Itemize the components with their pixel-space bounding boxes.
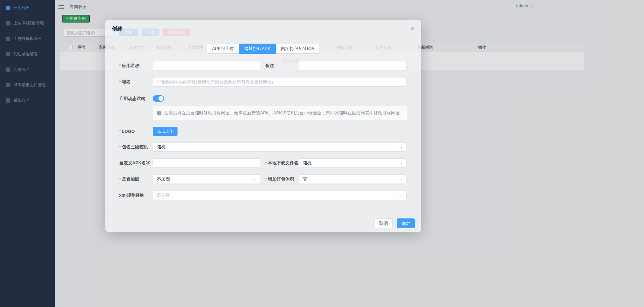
dynamic-redirect-toggle[interactable]: [153, 95, 164, 102]
dialog-title: 创建: [112, 25, 122, 33]
app-name-input[interactable]: [153, 61, 260, 70]
chevron-down-icon: [399, 194, 403, 197]
info-icon: i: [157, 111, 161, 115]
local-filename-label: *本地下载文件名: [265, 158, 298, 168]
tab-url-to-ios[interactable]: 网址打包免签IOS: [276, 44, 320, 54]
custom-apk-name-label: 自定义APK名字: [119, 158, 150, 168]
remark-input[interactable]: [299, 61, 407, 70]
required-asterisk: *: [119, 176, 121, 182]
confirm-button[interactable]: 确定: [397, 218, 415, 228]
domain-input[interactable]: [153, 77, 407, 87]
xml-rule-label: xml规则替换: [119, 191, 144, 200]
create-dialog: 创建 × APK包上传 网址打包APK 网址打包免签IOS *应用名称 备注 *…: [105, 20, 421, 232]
custom-apk-name-input[interactable]: [153, 158, 260, 168]
domain-label: *域名: [119, 77, 131, 87]
required-asterisk: *: [119, 129, 121, 134]
harden-select[interactable]: 不加固: [153, 174, 260, 184]
logo-label: *LOGO: [119, 127, 135, 136]
required-asterisk: *: [119, 144, 121, 149]
required-asterisk: *: [119, 79, 121, 84]
cancel-button[interactable]: 取消: [375, 218, 393, 228]
upload-logo-button[interactable]: 点击上传: [153, 127, 178, 136]
chevron-down-icon: [399, 177, 403, 181]
required-asterisk: *: [265, 160, 267, 165]
close-icon[interactable]: ×: [407, 23, 417, 34]
tip-text: 启用后可在后台随时修改目标网址，无需重新安装APK。APK将使用后台中转地址，您…: [164, 110, 400, 116]
tab-apk-upload[interactable]: APK包上传: [207, 44, 239, 54]
dynamic-redirect-label: 启用动态跳转: [119, 95, 145, 103]
remark-label: 备注: [265, 61, 274, 70]
harden-label: *是否加固: [119, 174, 139, 184]
package-size-select[interactable]: 否: [299, 174, 407, 184]
chevron-down-icon: [399, 145, 403, 149]
package-name-select[interactable]: 随机: [153, 142, 407, 152]
dialog-footer: 取消 确定: [105, 214, 421, 232]
chevron-down-icon: [399, 161, 403, 165]
local-filename-select[interactable]: 随机: [299, 158, 407, 168]
required-asterisk: *: [119, 63, 121, 68]
package-size-label: *增加打包体积: [265, 174, 294, 184]
xml-rule-select[interactable]: 请选择: [153, 191, 407, 200]
app-name-label: *应用名称: [119, 61, 139, 70]
toggle-knob: [158, 96, 163, 101]
chevron-down-icon: [253, 177, 256, 181]
required-asterisk: *: [265, 176, 267, 182]
dynamic-redirect-tip: i 启用后可在后台随时修改目标网址，无需重新安装APK。APK将使用后台中转地址…: [153, 106, 407, 120]
packaging-mode-tabs: APK包上传 网址打包APK 网址打包免签IOS: [105, 44, 421, 54]
package-name-label: *包名三段随机: [119, 142, 148, 152]
tab-url-to-apk[interactable]: 网址打包APK: [239, 44, 276, 54]
